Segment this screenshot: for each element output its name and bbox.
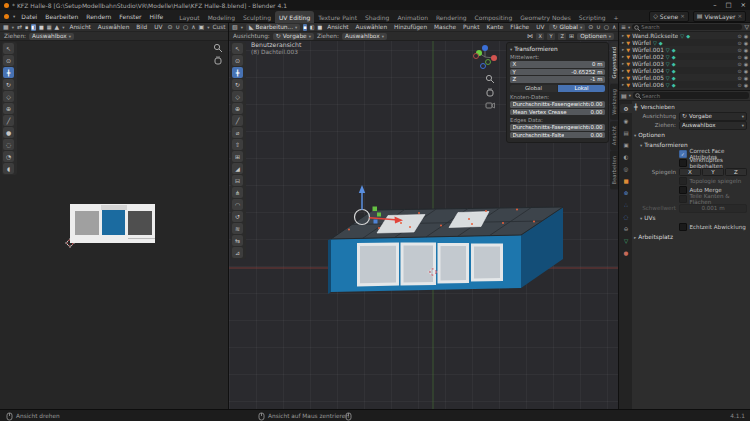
drag-dropdown[interactable]: Auswahlbox ▾ bbox=[679, 121, 747, 130]
uv-snap-magnet-icon[interactable]: ∪ bbox=[175, 24, 179, 30]
tab-object[interactable]: ■ bbox=[620, 176, 632, 185]
vp-menu-uv[interactable]: UV bbox=[534, 23, 546, 31]
tab-modifiers[interactable]: ⊛ bbox=[620, 188, 632, 197]
tab-modeling[interactable]: Modeling bbox=[204, 11, 239, 23]
render-visibility-icon[interactable]: ◉ bbox=[744, 33, 748, 39]
proportional-edit-icon[interactable]: ○ bbox=[604, 24, 609, 30]
minimize-button[interactable]: – bbox=[713, 1, 716, 9]
tab-shading[interactable]: Shading bbox=[361, 11, 393, 23]
hide-eye-icon[interactable]: ⊙ bbox=[737, 40, 741, 46]
gizmo-z-neg[interactable] bbox=[481, 64, 486, 69]
outliner-row[interactable]: ▸ ▼ Würfel.001 ▽ ◆ ⊙ ◉ bbox=[619, 46, 750, 53]
vertex-bevel-weight-field[interactable]: Durchschnitts-Fasengewichtung 0.00 bbox=[510, 101, 605, 108]
scene-unlink-icon[interactable]: × bbox=[680, 13, 685, 19]
tab-tool[interactable]: ⚙ bbox=[620, 104, 632, 113]
mirror-y-button[interactable]: Y bbox=[702, 168, 724, 176]
tool-rotate[interactable]: ↻ bbox=[3, 79, 14, 90]
viewport-pan-hand-icon[interactable] bbox=[485, 87, 495, 97]
uv-zoom-icon[interactable] bbox=[213, 43, 223, 53]
scene-selector[interactable]: ◇ Scene × bbox=[649, 11, 689, 22]
sidebar-tab-bearbeiten[interactable]: Bearbeiten bbox=[610, 151, 618, 190]
render-visibility-icon[interactable]: ◉ bbox=[744, 40, 748, 46]
hide-eye-icon[interactable]: ⊙ bbox=[737, 82, 741, 88]
median-z-field[interactable]: Z -1 m bbox=[510, 76, 605, 83]
sidebar-tab-ansicht[interactable]: Ansicht bbox=[610, 121, 618, 150]
gizmo-x-axis[interactable] bbox=[491, 55, 497, 61]
outliner-filter-icon[interactable]: ▽ bbox=[744, 24, 749, 30]
live-unwrap-checkbox[interactable] bbox=[679, 223, 687, 231]
vp-menu-auswaehlen[interactable]: Auswählen bbox=[354, 23, 389, 31]
tool-spin[interactable]: ↺ bbox=[232, 211, 243, 222]
gizmo-y-neg[interactable] bbox=[486, 60, 491, 65]
mirror-z-toggle[interactable]: Z bbox=[558, 33, 566, 40]
uv-pivot-icon[interactable]: ⊙ bbox=[167, 24, 172, 30]
gizmo-x-neg[interactable] bbox=[474, 54, 479, 59]
tool-smear-brush[interactable]: ◖ bbox=[3, 163, 14, 174]
tool-pinch-brush[interactable]: ◔ bbox=[3, 151, 14, 162]
hide-eye-icon[interactable]: ⊙ bbox=[737, 33, 741, 39]
tab-rendering[interactable]: Rendering bbox=[432, 11, 471, 23]
snap-grid-icon[interactable]: ⊞ bbox=[569, 33, 574, 39]
outliner-row[interactable]: ▸ ▼ Würfel.005 ▽ ◆ ⊙ ◉ bbox=[619, 74, 750, 81]
render-visibility-icon[interactable]: ◉ bbox=[744, 47, 748, 53]
vp-menu-ansicht[interactable]: Ansicht bbox=[325, 23, 350, 31]
tab-world[interactable]: ◎ bbox=[620, 164, 632, 173]
tab-particles[interactable]: ∴ bbox=[620, 200, 632, 209]
garage-door-4[interactable] bbox=[474, 247, 500, 279]
tool-transform[interactable]: ⊕ bbox=[3, 103, 14, 114]
tab-view-layer[interactable]: ▣ bbox=[620, 140, 632, 149]
hide-eye-icon[interactable]: ⊙ bbox=[737, 68, 741, 74]
tab-uv-editing[interactable]: UV Editing bbox=[275, 11, 314, 23]
outliner-search-input[interactable] bbox=[632, 24, 742, 31]
tab-constraints[interactable]: ⊖ bbox=[620, 224, 632, 233]
workspace-panel-header[interactable]: ▸ Arbeitsplatz bbox=[634, 233, 747, 241]
tab-sculpting[interactable]: Sculpting bbox=[239, 11, 275, 23]
menu-hilfe[interactable]: Hilfe bbox=[148, 12, 166, 21]
properties-search-input[interactable] bbox=[633, 92, 749, 99]
tool-scale[interactable]: ◇ bbox=[3, 91, 14, 102]
tool-inset-faces[interactable]: ⊞ bbox=[232, 151, 243, 162]
tab-layout[interactable]: Layout bbox=[175, 11, 203, 23]
add-workspace-button[interactable]: + bbox=[610, 11, 623, 23]
threshold-slider[interactable]: 0.001 m bbox=[679, 204, 747, 213]
outliner-row[interactable]: ▸ ▼ Würfel.003 ▽ ◆ ⊙ ◉ bbox=[619, 60, 750, 67]
tab-compositing[interactable]: Compositing bbox=[471, 11, 517, 23]
uv-pan-hand-icon[interactable] bbox=[213, 55, 223, 65]
select-mode-face[interactable]: ■ bbox=[317, 24, 322, 31]
tool-smooth[interactable]: ≋ bbox=[232, 223, 243, 234]
tool-options-dropdown[interactable]: Optionen ▾ bbox=[577, 33, 614, 40]
vp-menu-punkt[interactable]: Punkt bbox=[461, 23, 481, 31]
viewlayer-selector[interactable]: ▤ ViewLayer × bbox=[693, 11, 746, 22]
orientation-dropdown[interactable]: ↻ Global ▾ bbox=[549, 24, 585, 31]
vp-menu-flaeche[interactable]: Fläche bbox=[508, 23, 531, 31]
uv-editor-type-icon[interactable]: ▦ bbox=[3, 24, 9, 30]
uv-menu-ansicht[interactable]: Ansicht bbox=[67, 23, 92, 31]
snap-magnet-icon[interactable]: ∪ bbox=[596, 24, 600, 30]
building-left-edge[interactable] bbox=[328, 239, 331, 294]
tool-cursor[interactable]: ⊙ bbox=[232, 55, 243, 66]
auto-merge-checkbox[interactable] bbox=[679, 186, 687, 194]
properties-context-icon[interactable]: ▤ bbox=[621, 93, 627, 99]
render-visibility-icon[interactable]: ◉ bbox=[744, 68, 748, 74]
outliner-search[interactable] bbox=[632, 24, 742, 31]
viewport-camera-icon[interactable] bbox=[485, 100, 495, 110]
tool-annotate[interactable]: ╱ bbox=[232, 115, 243, 126]
tool-poly-build[interactable]: ◠ bbox=[232, 199, 243, 210]
median-y-field[interactable]: Y -0.65252 m bbox=[510, 69, 605, 76]
hide-eye-icon[interactable]: ⊙ bbox=[737, 54, 741, 60]
hide-eye-icon[interactable]: ⊙ bbox=[737, 47, 741, 53]
uv-select-mode-edge[interactable]: ◧ bbox=[31, 24, 36, 31]
tool-rotate[interactable]: ↻ bbox=[232, 79, 243, 90]
uv-texture-image[interactable] bbox=[70, 204, 155, 243]
menu-fenster[interactable]: Fenster bbox=[117, 12, 143, 21]
outliner-row[interactable]: ▸ ▼ Wand.Rückseite ▽ ◆ ⊙ ◉ bbox=[619, 32, 750, 39]
render-visibility-icon[interactable]: ◉ bbox=[744, 82, 748, 88]
viewlayer-unlink-icon[interactable]: × bbox=[737, 13, 742, 19]
tool-extrude[interactable]: ⇧ bbox=[232, 139, 243, 150]
mirror-z-button[interactable]: Z bbox=[725, 168, 747, 176]
mirror-x-toggle[interactable]: X bbox=[536, 33, 544, 40]
render-visibility-icon[interactable]: ◉ bbox=[744, 61, 748, 67]
median-x-field[interactable]: X 0 m bbox=[510, 61, 605, 68]
sidebar-tab-gegenstand[interactable]: Gegenstand bbox=[610, 42, 618, 83]
render-visibility-icon[interactable]: ◉ bbox=[744, 54, 748, 60]
